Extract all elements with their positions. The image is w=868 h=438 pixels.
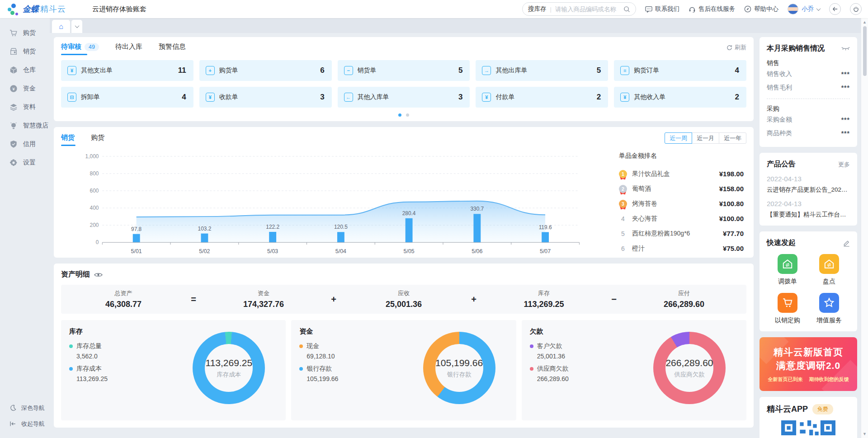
pending-bill-grid: ¥ 其他支出单 11 + 购货单 6 − 销货单 5 (61, 60, 746, 108)
sidebar-item-sales[interactable]: 销货 (0, 42, 50, 61)
plus-sign: + (466, 294, 481, 305)
payment-bill-icon: ¥ (482, 93, 491, 102)
todo-card-sales-bill[interactable]: − 销货单 5 (338, 60, 470, 81)
svg-text:5/02: 5/02 (199, 248, 210, 254)
todo-card-other-outbound[interactable]: → 其他出库单 5 (476, 60, 608, 81)
minus-sign: − (606, 294, 622, 305)
pagination-dot-1[interactable] (398, 113, 401, 117)
eye-visible-icon[interactable] (94, 272, 103, 278)
sales-trend-card: 销货 购货 近一周 近一月 近一年 020040060080 (54, 127, 754, 258)
after-sales-service-link[interactable]: 售后在线服务 (689, 5, 735, 13)
tab-label: 购货 (91, 133, 104, 142)
more-link[interactable]: 更多 (838, 160, 850, 169)
sidebar-item-credit[interactable]: 信用 (0, 135, 50, 153)
help-center-link[interactable]: 帮助中心 (744, 5, 778, 13)
todo-card-other-income[interactable]: ¥ 其他收入单 2 (614, 87, 746, 108)
inventory-search-box[interactable]: 搜库存 | (522, 2, 636, 16)
scroll-down-arrow[interactable]: ▼ (863, 431, 867, 437)
tab-sales-trend[interactable]: 销货 (61, 133, 75, 146)
ranking-row[interactable]: 3 烤海苔卷 ¥100.80 (619, 196, 744, 211)
logout-button[interactable] (850, 3, 862, 15)
tab-alerts[interactable]: 预警信息 (159, 42, 186, 55)
sidebar-item-purchase[interactable]: 购货 (0, 24, 50, 42)
search-scope-selector[interactable]: 搜库存 (528, 5, 547, 13)
eye-hidden-icon[interactable] (841, 46, 850, 51)
back-button[interactable] (829, 3, 841, 15)
todo-card-receipt[interactable]: ¥ 收款单 3 (199, 87, 332, 108)
range-last-month[interactable]: 近一月 (692, 132, 719, 144)
contact-us-link[interactable]: 联系我们 (645, 5, 679, 13)
legend-dot (530, 344, 533, 348)
svg-text:5/05: 5/05 (404, 248, 415, 254)
todo-card-purchase-order[interactable]: ≡ 购货订单 4 (614, 60, 746, 81)
quick-action-value-added-service[interactable]: 增值服务 (816, 293, 842, 325)
svg-text:0: 0 (96, 239, 99, 245)
home-tab[interactable]: ⌂ (52, 20, 70, 33)
qr-code (781, 420, 835, 438)
announcement-item[interactable]: 2022-04-13 云进销存产品更新公告_20220... (767, 175, 850, 194)
search-input[interactable] (555, 6, 620, 13)
sidebar-item-label: 智慧微店 (23, 122, 48, 130)
svg-text:330.7: 330.7 (470, 206, 484, 212)
ranking-row[interactable]: 6 橙汁 ¥75.00 (619, 241, 744, 256)
shield-check-icon (9, 140, 18, 148)
survey-banner[interactable]: 精斗云新版首页 满意度调研2.0 全新首页已到来 期待收到您的反馈 (760, 337, 857, 391)
tab-label: 待出入库 (115, 42, 142, 51)
tab-list-dropdown[interactable] (71, 20, 82, 33)
main-navigation-sidebar: 购货 销货 仓库 ¥ 资金 资料 智慧微店 信用 设置 (0, 18, 50, 438)
edit-pencil-icon[interactable] (843, 240, 850, 247)
tab-pending-approval[interactable]: 待审核 49 (61, 42, 99, 55)
ranking-row[interactable]: 5 西红柿意粉酱190g*6 ¥77.70 (619, 226, 744, 241)
quick-action-stocktake[interactable]: 盘点 (819, 254, 839, 286)
range-last-year[interactable]: 近一年 (719, 132, 746, 144)
ranking-row[interactable]: 4 夹心海苔 ¥100.00 (619, 211, 744, 226)
date-range-selector: 近一周 近一月 近一年 (665, 132, 746, 144)
search-icon[interactable] (623, 6, 630, 13)
ranking-row[interactable]: 2 葡萄酒 ¥158.00 (619, 181, 744, 196)
star-icon (819, 293, 839, 313)
user-menu[interactable]: 小乔 (788, 4, 820, 14)
total-assets: 总资产 46,308.77 (61, 289, 186, 309)
announcement-item[interactable]: 2022-04-13 【重要通知】精斗云工作台域... (767, 200, 850, 219)
quick-action-purchase-by-sales[interactable]: 以销定购 (775, 293, 800, 325)
page-scrollbar[interactable]: ▲ ▼ (861, 18, 868, 438)
todo-card-disassembly[interactable]: ⊟ 拆卸单 4 (61, 87, 193, 108)
todo-card-other-inbound[interactable]: ← 其他入库单 3 (338, 87, 470, 108)
svg-text:120.5: 120.5 (334, 224, 348, 230)
ranking-row[interactable]: 1 果汁饮品礼盒 ¥198.00 (619, 166, 744, 181)
sidebar-item-label: 资金 (23, 85, 36, 93)
scroll-up-arrow[interactable]: ▲ (863, 19, 867, 25)
todo-card-purchase-bill[interactable]: + 购货单 6 (199, 60, 332, 81)
todo-card-payment[interactable]: ¥ 付款单 2 (476, 87, 608, 108)
refresh-label: 刷新 (735, 43, 746, 52)
funds-panel: 资金 现金 69,128.10 银行存款 105,199.66 (291, 320, 516, 420)
dark-nav-toggle[interactable]: 深色导航 (0, 400, 50, 416)
todo-card-other-expense[interactable]: ¥ 其他支出单 11 (61, 60, 193, 81)
sidebar-item-data[interactable]: 资料 (0, 98, 50, 116)
svg-text:119.6: 119.6 (539, 224, 552, 231)
pagination-dot-2[interactable] (406, 113, 409, 117)
inbound-bill-icon: ← (344, 93, 353, 102)
brand-name-bold: 金蝶 (23, 4, 39, 14)
summary-row: 销售收入 *** (767, 67, 850, 81)
bulb-icon (9, 122, 18, 130)
tab-pending-in-out[interactable]: 待出入库 (115, 42, 142, 55)
chevron-down-icon (816, 6, 821, 11)
scrollbar-thumb[interactable] (863, 26, 867, 76)
refresh-button[interactable]: 刷新 (726, 43, 746, 54)
svg-text:200: 200 (90, 222, 99, 228)
compass-icon (744, 5, 751, 13)
rank-number: 6 (619, 245, 627, 252)
sidebar-item-warehouse[interactable]: 仓库 (0, 61, 50, 79)
quick-action-transfer-bill[interactable]: 调拨单 (778, 254, 797, 286)
pending-approval-count-badge: 49 (85, 43, 99, 51)
collapse-nav-button[interactable]: 收起导航 (0, 416, 50, 432)
sidebar-item-smart-store[interactable]: 智慧微店 (0, 116, 50, 135)
tab-purchase-trend[interactable]: 购货 (91, 133, 104, 146)
quick-actions-card: 快速发起 调拨单 (760, 231, 857, 331)
sidebar-item-settings[interactable]: 设置 (0, 153, 50, 172)
cart-icon (9, 29, 18, 37)
range-last-week[interactable]: 近一周 (665, 132, 692, 144)
sidebar-item-funds[interactable]: ¥ 资金 (0, 79, 50, 98)
sidebar-item-label: 信用 (23, 140, 36, 148)
